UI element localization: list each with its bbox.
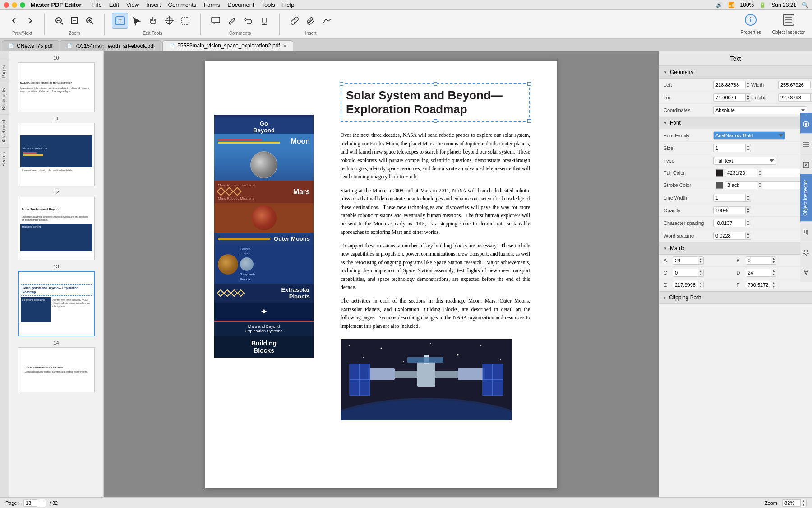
size-up-arrow[interactable]: ▲ (745, 144, 751, 148)
height-input[interactable] (779, 94, 810, 101)
stroke-down-arrow[interactable]: ▼ (757, 185, 762, 189)
thumbnail-12[interactable]: 12 Solar System and Beyond Exploration r… (13, 190, 100, 260)
right-edge-tab-1[interactable] (800, 113, 812, 133)
height-up-arrow[interactable]: ▲ (810, 94, 812, 98)
tab-space[interactable]: 📄 55583main_vision_space_exploration2.pd… (162, 40, 293, 51)
select-button[interactable] (129, 13, 144, 29)
right-edge-tab-5[interactable] (800, 242, 812, 262)
font-section-header[interactable]: ▼ Font (659, 117, 812, 129)
height-down-arrow[interactable]: ▼ (810, 98, 812, 101)
matrix-b-input[interactable] (746, 257, 771, 264)
search-tab[interactable]: Search (0, 147, 9, 171)
bookmarks-tab[interactable]: Bookmarks (0, 83, 9, 115)
underline-button[interactable] (257, 13, 272, 29)
stroke-color-swatch[interactable] (716, 182, 723, 189)
clipping-section-header[interactable]: ▶ Clipping Path (659, 291, 812, 304)
matrix-e-down[interactable]: ▼ (698, 285, 703, 289)
marquee-button[interactable] (178, 13, 193, 29)
matrix-c-up[interactable]: ▲ (698, 269, 703, 273)
stroke-up-arrow[interactable]: ▲ (757, 182, 762, 185)
title-selection[interactable]: Solar System and Beyond—Exploration Road… (341, 83, 530, 122)
thumbnail-14[interactable]: 14 Lunar Testbeds and Activities Details… (13, 340, 100, 392)
matrix-f-input[interactable] (746, 281, 771, 289)
prev-button[interactable] (7, 13, 22, 29)
top-up-arrow[interactable]: ▲ (745, 94, 751, 98)
menu-insert[interactable]: Insert (143, 0, 165, 9)
matrix-d-input[interactable] (746, 269, 771, 276)
zoom-fit-button[interactable] (67, 13, 82, 29)
type-select[interactable]: Full text Character (713, 157, 776, 165)
matrix-a-up[interactable]: ▲ (698, 257, 703, 261)
tab-close-icon[interactable]: ✕ (283, 43, 286, 48)
word-spacing-up-arrow[interactable]: ▲ (745, 232, 751, 236)
opacity-down-arrow[interactable]: ▼ (745, 210, 751, 214)
minimize-button[interactable] (12, 2, 17, 8)
pages-tab[interactable]: Pages (0, 61, 9, 83)
crosshair-button[interactable] (161, 13, 177, 29)
menu-help[interactable]: Help (279, 0, 298, 9)
tab-earth[interactable]: 📄 703154main_earth_art-ebook.pdf (60, 40, 161, 51)
full-color-up-arrow[interactable]: ▲ (757, 169, 762, 173)
link-button[interactable] (287, 13, 302, 29)
properties-button[interactable]: i Properties (737, 12, 765, 37)
matrix-d-up[interactable]: ▲ (771, 269, 776, 273)
object-inspector-button[interactable]: Object Inspector (768, 12, 808, 37)
page-number-input[interactable] (24, 499, 37, 507)
zoom-out-button[interactable] (52, 13, 66, 29)
size-down-arrow[interactable]: ▼ (745, 148, 751, 152)
attachment-tab[interactable]: Attachment (0, 115, 9, 147)
full-color-input[interactable] (725, 169, 757, 177)
left-down-arrow[interactable]: ▼ (745, 85, 751, 89)
matrix-b-up[interactable]: ▲ (771, 257, 776, 261)
undo-button[interactable] (240, 13, 256, 29)
line-width-input[interactable] (714, 194, 745, 201)
hand-tool-button[interactable] (145, 13, 161, 29)
width-down-arrow[interactable]: ▼ (810, 85, 812, 89)
comment-button[interactable] (208, 13, 223, 29)
stroke-color-input[interactable] (725, 182, 757, 189)
tab-cnews[interactable]: 📄 CNews_75.pdf (2, 40, 59, 51)
geometry-section-header[interactable]: ▼ Geometry (659, 66, 812, 79)
right-edge-tab-3[interactable] (800, 154, 812, 174)
right-edge-tab-6[interactable] (800, 262, 812, 282)
matrix-b-down[interactable]: ▼ (771, 261, 776, 264)
matrix-section-header[interactable]: ▼ Matrix (659, 242, 812, 255)
matrix-f-down[interactable]: ▼ (771, 285, 776, 289)
opacity-up-arrow[interactable]: ▲ (745, 207, 751, 210)
matrix-c-input[interactable] (673, 269, 698, 276)
matrix-f-up[interactable]: ▲ (771, 281, 776, 285)
char-spacing-up-arrow[interactable]: ▲ (745, 219, 751, 223)
top-input[interactable] (714, 94, 745, 101)
full-color-down-arrow[interactable]: ▼ (757, 173, 762, 177)
right-edge-tab-4[interactable] (800, 221, 812, 242)
char-spacing-input[interactable] (714, 219, 745, 227)
line-width-down-arrow[interactable]: ▼ (745, 198, 751, 201)
matrix-e-up[interactable]: ▲ (698, 281, 703, 285)
maximize-button[interactable] (20, 2, 25, 8)
menu-comments[interactable]: Comments (165, 0, 200, 9)
char-spacing-down-arrow[interactable]: ▼ (745, 223, 751, 227)
menu-tools[interactable]: Tools (258, 0, 278, 9)
pdf-area[interactable]: Go Beyond Moon Mars Human (104, 51, 659, 497)
size-input[interactable] (714, 144, 745, 152)
right-edge-tab-active[interactable]: Object Inspector (800, 174, 812, 221)
width-up-arrow[interactable]: ▲ (810, 81, 812, 85)
matrix-c-down[interactable]: ▼ (698, 273, 703, 276)
matrix-d-down[interactable]: ▼ (771, 273, 776, 276)
next-button[interactable] (23, 13, 37, 29)
close-button[interactable] (4, 2, 9, 8)
pencil-button[interactable] (224, 13, 240, 29)
menu-view[interactable]: View (123, 0, 143, 9)
matrix-e-input[interactable] (673, 281, 698, 289)
signature-button[interactable] (319, 13, 335, 29)
zoom-input[interactable] (783, 499, 801, 507)
zoom-up[interactable]: ▲ (801, 499, 806, 503)
matrix-a-down[interactable]: ▼ (698, 261, 703, 264)
word-spacing-down-arrow[interactable]: ▼ (745, 236, 751, 239)
attach-button[interactable] (303, 13, 318, 29)
menu-document[interactable]: Document (224, 0, 258, 9)
top-down-arrow[interactable]: ▼ (745, 98, 751, 101)
left-input[interactable] (714, 81, 745, 89)
thumbnail-11[interactable]: 11 Moon exploration Lunar surface explor… (13, 116, 100, 186)
zoom-down[interactable]: ▼ (801, 503, 806, 507)
